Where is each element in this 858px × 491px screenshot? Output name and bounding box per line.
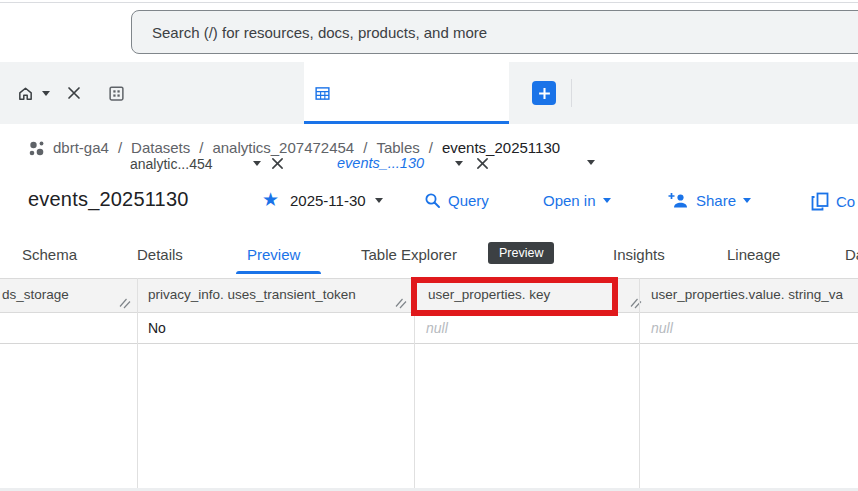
breadcrumb-separator: / [118, 139, 122, 156]
tab-events-caret-icon[interactable] [455, 161, 463, 166]
tab-table-explorer[interactable]: Table Explorer [361, 246, 457, 263]
breadcrumb-table-name: events_20251130 [442, 139, 560, 156]
column-resize-handle-icon[interactable] [119, 297, 131, 309]
active-tab-underline [304, 121, 509, 124]
plus-icon [538, 87, 551, 100]
column-resize-handle-icon[interactable] [630, 297, 642, 309]
date-shard-value: 2025-11-30 [290, 192, 366, 209]
share-button[interactable]: Share [668, 192, 751, 209]
column-resize-handle-icon[interactable] [395, 297, 407, 309]
tab-events-close-icon[interactable] [476, 157, 489, 170]
column-divider [137, 278, 138, 488]
breadcrumb-project[interactable]: dbrt-ga4 [53, 139, 109, 156]
tab-events-background[interactable] [304, 62, 509, 124]
open-in-button[interactable]: Open in [543, 192, 611, 209]
new-tab-button[interactable] [532, 81, 556, 105]
page-title: events_20251130 [28, 188, 189, 211]
tab-overflow-caret-icon[interactable] [587, 160, 595, 165]
tab-details[interactable]: Details [137, 246, 183, 263]
home-tab-close-icon[interactable] [67, 86, 81, 100]
tab-data-cut[interactable]: Da [845, 246, 858, 263]
table-icon [315, 86, 330, 101]
tab-insights[interactable]: Insights [613, 246, 665, 263]
cell-uses-transient-token: No [148, 320, 166, 336]
date-caret-icon [375, 198, 383, 203]
column-divider [414, 278, 415, 488]
dataset-grid-icon [109, 86, 124, 101]
cell-user-properties-value: null [651, 320, 673, 336]
date-shard-select[interactable]: 2025-11-30 [290, 192, 383, 209]
column-header-user-properties-key[interactable]: user_properties. key [428, 287, 550, 302]
cell-user-properties-key: null [426, 320, 448, 336]
tab-preview[interactable]: Preview [247, 246, 300, 263]
breadcrumb-separator: / [429, 139, 433, 156]
copy-button-label: Co [836, 193, 855, 210]
tabstrip-separator [571, 79, 572, 107]
tab-strip: analytic...454 events_...130 [0, 62, 858, 124]
column-header-uses-transient-token[interactable]: privacy_info. uses_transient_token [148, 287, 356, 302]
search-magnifier-icon [424, 192, 441, 209]
breadcrumb: dbrt-ga4 / Datasets / analytics_20747245… [53, 139, 560, 156]
tab-analytics-caret-icon[interactable] [253, 161, 261, 166]
breadcrumb-datasets[interactable]: Datasets [131, 139, 190, 156]
bigquery-console: analytic...454 events_...130 dbrt-ga4 / … [0, 0, 858, 491]
query-button[interactable]: Query [424, 192, 489, 209]
top-divider [0, 2, 858, 3]
tab-analytics-label[interactable]: analytic...454 [130, 156, 213, 172]
share-caret-icon [743, 198, 751, 203]
tab-schema[interactable]: Schema [22, 246, 77, 263]
person-add-icon [668, 192, 689, 209]
breadcrumb-dataset[interactable]: analytics_207472454 [212, 139, 354, 156]
share-button-label: Share [696, 192, 736, 209]
preview-tab-underline [236, 271, 321, 274]
project-cluster-icon [27, 139, 47, 159]
breadcrumb-separator: / [363, 139, 367, 156]
breadcrumb-separator: / [199, 139, 203, 156]
column-header-ads-storage[interactable]: ds_storage [2, 287, 69, 302]
breadcrumb-tables[interactable]: Tables [376, 139, 419, 156]
tab-analytics-close-icon[interactable] [271, 157, 284, 170]
home-icon[interactable] [17, 85, 34, 102]
open-in-caret-icon [603, 198, 611, 203]
tab-events-label[interactable]: events_...130 [337, 155, 424, 171]
home-tab-caret-icon[interactable] [42, 91, 50, 96]
open-in-label: Open in [543, 192, 596, 209]
tab-lineage[interactable]: Lineage [727, 246, 780, 263]
search-input[interactable] [131, 10, 858, 54]
copy-button[interactable]: Co [811, 192, 855, 211]
star-icon[interactable]: ★ [262, 188, 279, 211]
query-button-label: Query [448, 192, 489, 209]
copy-icon [811, 192, 829, 211]
preview-feature-badge: Preview [488, 242, 554, 264]
column-header-user-properties-value[interactable]: user_properties.value. string_va [651, 287, 843, 302]
column-divider [639, 278, 640, 488]
